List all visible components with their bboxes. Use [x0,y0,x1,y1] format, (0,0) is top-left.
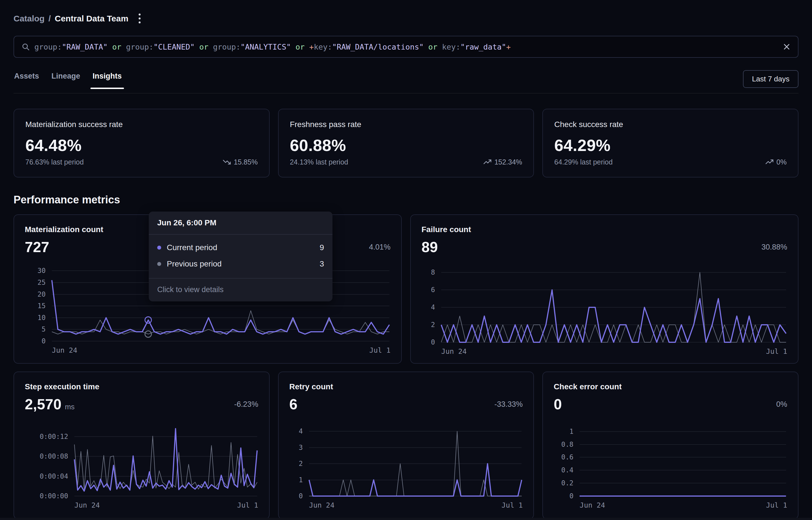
chart-plot[interactable]: 10.80.60.40.20 [580,426,786,496]
retry-count-chart-card[interactable]: Retry count 6 -33.33% 43210 Jun 24 Jul 1 [278,371,534,519]
failure-count-chart-card[interactable]: Failure count 89 30.88% 86420 Jun 24 Jul… [410,214,798,364]
chart-unit: ms [65,402,75,411]
tab-lineage[interactable]: Lineage [51,70,81,88]
tooltip-value: 9 [319,243,324,252]
step-execution-time-chart-card[interactable]: Step execution time 2,570 ms -6.23% 0:00… [14,371,270,519]
x-axis-start-label: Jun 24 [441,347,467,356]
kebab-menu-icon[interactable] [136,11,143,26]
tab-assets[interactable]: Assets [14,70,40,88]
chart-value: 2,570 [25,396,61,413]
chart-value: 6 [289,396,297,413]
check-error-count-chart-card[interactable]: Check error count 0 0% 10.80.60.40.20 Ju… [542,371,798,519]
tooltip-label: Previous period [167,259,222,268]
card-value: 64.29% [554,136,787,155]
summary-cards-row: Materialization success rate 64.48% 76.6… [14,109,798,178]
chart-title: Retry count [289,382,523,391]
tab-insights[interactable]: Insights [92,70,123,88]
section-title: Performance metrics [14,194,798,206]
chart-title: Check error count [554,382,787,391]
trending-up-icon [765,158,774,166]
freshness-pass-rate-card: Freshness pass rate 60.88% 24.13% last p… [278,109,534,178]
trending-down-icon [222,158,231,166]
x-axis-start-label: Jun 24 [52,346,77,354]
tooltip-footer: Click to view details [149,279,333,302]
trend-delta: 0% [777,158,787,166]
materialization-success-rate-card: Materialization success rate 64.48% 76.6… [14,109,270,178]
x-axis-end-label: Jul 1 [369,346,391,354]
chart-delta: 4.01% [369,243,391,252]
breadcrumb: Catalog / Central Data Team [14,11,798,26]
last-period-text: 24.13% last period [290,158,348,166]
last-period-text: 64.29% last period [554,158,612,166]
search-query-text: group:"RAW_DATA" or group:"CLEANED" or g… [34,43,511,51]
x-axis-end-label: Jul 1 [766,347,787,356]
charts-row-1: Materialization count 727 4.01% 30252015… [14,214,798,364]
chart-delta: 0% [776,400,787,409]
chart-value: 727 [25,239,49,256]
chart-title: Step execution time [25,382,258,391]
x-axis-start-label: Jun 24 [74,501,100,509]
x-axis-end-label: Jul 1 [237,501,258,509]
current-period-dot [157,245,161,250]
check-success-rate-card: Check success rate 64.29% 64.29% last pe… [542,109,798,178]
trend-indicator: 15.85% [222,158,258,166]
chart-title: Failure count [421,225,787,234]
card-title: Check success rate [554,120,787,129]
materialization-count-chart-card[interactable]: Materialization count 727 4.01% 30252015… [14,214,402,364]
trending-up-icon [483,158,492,166]
tooltip-label: Current period [167,243,217,252]
previous-period-dot [157,262,161,266]
chart-plot[interactable]: 43210 [309,426,522,496]
card-value: 60.88% [290,136,522,155]
tooltip-value: 3 [319,259,324,268]
time-range-button[interactable]: Last 7 days [743,70,798,88]
tooltip-row-previous: Previous period 3 [157,259,324,268]
trend-indicator: 152.34% [483,158,522,166]
breadcrumb-catalog-link[interactable]: Catalog [14,14,45,23]
chart-value: 0 [554,396,562,413]
trend-delta: 15.85% [234,158,258,166]
chart-delta: -33.33% [495,400,523,409]
chart-value: 89 [421,239,438,256]
last-period-text: 76.63% last period [25,158,84,166]
chart-plot[interactable]: 86420 [441,268,786,342]
tabs-bar: Assets Lineage Insights Last 7 days [14,70,798,94]
close-icon[interactable] [783,43,791,51]
x-axis-start-label: Jun 24 [309,501,335,509]
chart-tooltip: Jun 26, 6:00 PM Current period 9 Previou… [149,212,333,302]
insights-page: Catalog / Central Data Team group:"RAW_D… [0,0,812,520]
tooltip-row-current: Current period 9 [157,243,324,252]
trend-indicator: 0% [765,158,787,166]
search-input[interactable]: group:"RAW_DATA" or group:"CLEANED" or g… [14,36,798,58]
card-value: 64.48% [25,136,258,155]
tooltip-title: Jun 26, 6:00 PM [149,212,333,235]
breadcrumb-separator: / [49,14,51,23]
page-title: Central Data Team [55,14,128,23]
chart-delta: 30.88% [761,243,787,252]
card-title: Freshness pass rate [290,120,522,129]
charts-row-2: Step execution time 2,570 ms -6.23% 0:00… [14,371,798,519]
chart-delta: -6.23% [234,400,258,409]
search-icon [21,43,30,51]
x-axis-end-label: Jul 1 [501,501,523,509]
bottom-edge-strip [0,518,812,520]
x-axis-start-label: Jun 24 [580,501,605,509]
x-axis-end-label: Jul 1 [766,501,787,509]
chart-plot[interactable]: 0:00:120:00:080:00:040:00:00 [74,426,257,496]
trend-delta: 152.34% [495,158,522,166]
card-title: Materialization success rate [25,120,258,129]
